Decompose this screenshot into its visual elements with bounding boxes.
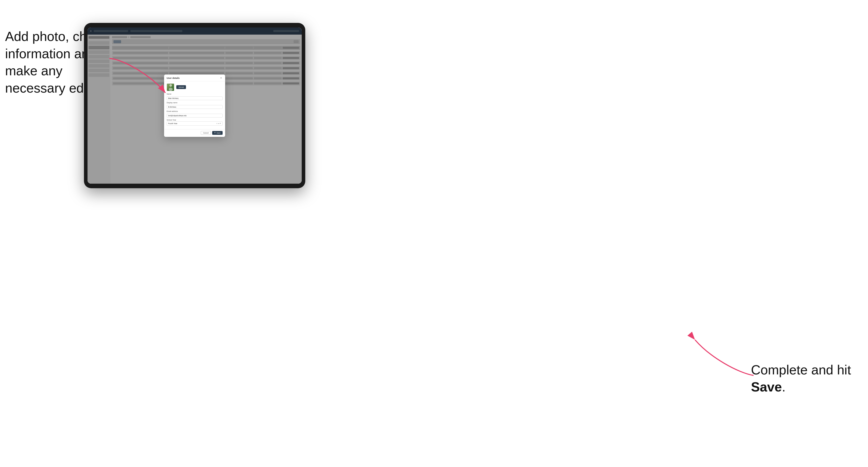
name-input[interactable] [167, 96, 223, 100]
tablet-frame: User details × [84, 23, 305, 188]
photo-section: Upload [167, 84, 223, 91]
email-input[interactable] [167, 114, 223, 118]
school-year-label: School Year [167, 119, 223, 121]
modal-body: Upload Name Display name Email addre [164, 82, 225, 129]
upload-photo-button[interactable]: Upload [176, 85, 186, 89]
user-details-modal: User details × [164, 74, 225, 137]
select-clear-icon[interactable]: × [216, 122, 218, 125]
annotation-right-text1: Complete and hit [751, 363, 851, 377]
annotation-right-text2: . [782, 379, 785, 394]
name-label: Name [167, 93, 223, 95]
save-label: Save [216, 132, 221, 134]
annotation-right: Complete and hit Save. [751, 362, 853, 396]
name-field-group: Name [167, 93, 223, 100]
save-button[interactable]: ⬆ Save [212, 131, 223, 135]
school-year-field-group: School Year Fourth Year × ▲▼ [167, 119, 223, 126]
arrow-right [680, 332, 761, 383]
modal-footer: Cancel ⬆ Save [164, 129, 225, 137]
save-icon: ⬆ [214, 132, 216, 134]
display-name-input[interactable] [167, 105, 223, 109]
school-year-select[interactable]: Fourth Year × ▲▼ [167, 121, 223, 126]
modal-close-button[interactable]: × [220, 76, 223, 80]
school-year-value: Fourth Year [168, 123, 177, 124]
email-label: Email address [167, 111, 223, 112]
select-arrow-icon[interactable]: ▲▼ [218, 123, 221, 124]
email-field-group: Email address [167, 111, 223, 118]
arrow-left [102, 51, 173, 102]
display-name-label: Display name [167, 102, 223, 103]
modal-header: User details × [164, 74, 225, 82]
cancel-button[interactable]: Cancel [201, 131, 211, 135]
display-name-field-group: Display name [167, 102, 223, 109]
